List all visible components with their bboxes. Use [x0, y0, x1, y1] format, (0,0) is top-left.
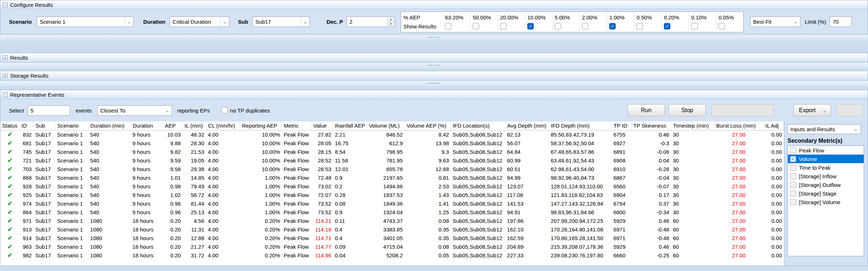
closest-to-select[interactable]: Closest To ⌄ — [97, 105, 172, 116]
metric-checkbox[interactable] — [790, 165, 796, 171]
table-row[interactable]: ✔963Sub17Scenario 1108018 hours0.2021.27… — [0, 242, 784, 251]
show-results-checkbox[interactable]: ✓ — [664, 23, 670, 29]
chevron-down-icon[interactable]: ⌄ — [851, 127, 860, 132]
events-table-container[interactable]: StatusIDSubScenarioDuration (min)Duratio… — [0, 121, 784, 266]
splitter-handle[interactable] — [0, 35, 868, 40]
splitter-handle[interactable] — [0, 81, 868, 86]
column-header[interactable]: Status — [0, 121, 19, 130]
results-panel-header[interactable]: + Results — [0, 53, 868, 63]
metric-checkbox[interactable] — [790, 147, 796, 153]
show-results-checkbox[interactable] — [555, 23, 561, 29]
column-header[interactable]: TP Skewness — [632, 121, 671, 130]
configure-results-header[interactable]: − Configure Results — [0, 0, 868, 9]
metric-list-item[interactable]: [Storage] Outflow — [788, 180, 864, 189]
column-header[interactable]: IFD Location(s) — [451, 121, 505, 130]
splitter-handle[interactable] — [0, 63, 868, 68]
metric-list-item[interactable]: Time to Peak — [788, 163, 864, 172]
dec-p-stepper[interactable]: 2 ▲ ▼ — [346, 17, 395, 27]
column-header[interactable]: ID — [19, 121, 33, 130]
metric-list-item[interactable]: [Storage] Volume — [788, 198, 864, 206]
chevron-down-icon[interactable]: ⌄ — [124, 17, 133, 27]
column-header[interactable]: Reporting AEP — [240, 121, 282, 130]
limit-input[interactable]: 70 — [830, 17, 852, 27]
show-results-checkbox[interactable] — [473, 23, 479, 29]
column-header[interactable]: Volume (ML) — [367, 121, 404, 130]
no-tp-duplicates-checkbox[interactable] — [221, 107, 228, 114]
table-cell: Peak Flow — [282, 251, 311, 259]
chevron-down-icon[interactable]: ⌄ — [300, 17, 309, 27]
column-header[interactable]: Volume AEP (%) — [405, 121, 451, 130]
show-results-checkbox[interactable] — [445, 23, 451, 29]
expand-icon[interactable]: + — [3, 55, 8, 60]
column-header[interactable]: Duration (min) — [88, 121, 131, 130]
table-row[interactable]: ✔914Sub17Scenario 1108018 hours0.2012.88… — [0, 234, 784, 242]
table-row[interactable]: ✔971Sub17Scenario 1108018 hours0.204.564… — [0, 216, 784, 225]
run-button[interactable]: Run — [628, 104, 665, 116]
table-row[interactable]: ✔913Sub17Scenario 1108018 hours0.2011.31… — [0, 225, 784, 234]
metric-list-item[interactable]: ✓Volume — [788, 155, 864, 163]
chevron-down-icon[interactable]: ⌄ — [220, 17, 229, 27]
duration-select[interactable]: Critical Duration ⌄ — [170, 17, 229, 27]
column-header[interactable]: Timestep (min) — [671, 121, 714, 130]
show-results-checkbox[interactable] — [637, 23, 643, 29]
table-row[interactable]: ✔681Sub17Scenario 15409 hours9.8828.304.… — [0, 139, 784, 147]
metric-list-item[interactable]: [Storage] Stage — [788, 189, 864, 198]
column-header[interactable]: Sub — [33, 121, 55, 130]
export-button[interactable]: Export ⌄ — [794, 104, 831, 116]
representative-events-header[interactable]: − Representative Events — [0, 90, 868, 99]
show-results-checkbox[interactable]: ✓ — [527, 23, 534, 29]
storage-results-panel-header[interactable]: + Storage Results — [0, 71, 868, 81]
column-header[interactable]: CL (mm/hr) — [206, 121, 240, 130]
collapse-icon[interactable]: − — [3, 3, 8, 7]
metric-checkbox[interactable] — [790, 173, 796, 179]
metric-list-item[interactable]: [Storage] Inflow — [788, 172, 864, 180]
metric-list-item[interactable]: Peak Flow — [788, 146, 864, 155]
scenario-select[interactable]: Scenario 1 ⌄ — [37, 17, 134, 27]
table-row[interactable]: ✔974Sub17Scenario 15409 hours0.9681.444.… — [0, 199, 784, 208]
metric-checkbox[interactable] — [790, 190, 796, 197]
table-row[interactable]: ✔868Sub17Scenario 15409 hours1.0114.854.… — [0, 173, 784, 182]
column-header[interactable]: Metric — [282, 121, 311, 130]
sub-select[interactable]: Sub17 ⌄ — [252, 17, 310, 27]
stop-button[interactable]: Stop — [669, 104, 706, 116]
events-count-input[interactable]: 5 — [28, 105, 70, 116]
table-row[interactable]: ✔703Sub17Scenario 15409 hours9.5829.384.… — [0, 165, 784, 173]
show-results-checkbox[interactable] — [718, 23, 725, 29]
metric-checkbox[interactable] — [790, 182, 796, 188]
collapse-icon[interactable]: − — [3, 92, 8, 97]
table-row[interactable]: ✔832Sub17Scenario 15409 hours10.0348.324… — [0, 130, 784, 139]
column-header[interactable]: IL Adj — [763, 121, 784, 130]
show-results-checkbox[interactable]: ✓ — [609, 23, 616, 29]
column-header[interactable]: Burst Loss (mm) — [714, 121, 763, 130]
metric-checkbox[interactable]: ✓ — [790, 156, 796, 162]
table-row[interactable]: ✔864Sub17Scenario 15409 hours0.9625.134.… — [0, 208, 784, 216]
view-mode-select[interactable]: Inputs and Results ⌄ — [787, 124, 861, 134]
column-header[interactable]: Duration — [131, 121, 163, 130]
table-row[interactable]: ✔745Sub17Scenario 15409 hours9.8221.534.… — [0, 147, 784, 156]
column-header[interactable]: Value — [311, 121, 333, 130]
spin-down-icon[interactable]: ▼ — [387, 22, 394, 26]
best-fit-select[interactable]: Best Fit ⌄ — [750, 17, 800, 27]
secondary-metrics-list[interactable]: Peak Flow✓VolumeTime to Peak[Storage] In… — [787, 146, 864, 256]
table-row[interactable]: ✔982Sub17Scenario 1108018 hours0.2031.72… — [0, 251, 784, 259]
column-header[interactable]: AEP — [163, 121, 183, 130]
events-table: StatusIDSubScenarioDuration (min)Duratio… — [0, 121, 784, 259]
table-row[interactable]: ✔925Sub17Scenario 15409 hours1.0258.724.… — [0, 190, 784, 199]
column-header[interactable]: TP ID — [612, 121, 632, 130]
column-header[interactable]: Scenario — [55, 121, 88, 130]
show-results-checkbox[interactable] — [582, 23, 588, 29]
expand-icon[interactable]: + — [3, 73, 8, 78]
chevron-down-icon[interactable]: ⌄ — [791, 19, 800, 24]
column-header[interactable]: Avg Depth (mm) — [505, 121, 549, 130]
chevron-down-icon[interactable]: ⌄ — [162, 108, 172, 113]
table-row[interactable]: ✔928Sub17Scenario 15409 hours0.9879.494.… — [0, 182, 784, 190]
show-results-checkbox[interactable] — [691, 23, 698, 29]
table-row[interactable]: ✔721Sub17Scenario 15409 hours9.5919.054.… — [0, 156, 784, 165]
column-header[interactable]: IFD Depth (mm) — [549, 121, 611, 130]
spin-up-icon[interactable]: ▲ — [387, 18, 394, 22]
metric-checkbox[interactable] — [790, 199, 796, 205]
show-results-checkbox[interactable] — [500, 23, 506, 29]
column-header[interactable]: Rainfall AEP — [333, 121, 367, 130]
column-header[interactable]: IL (mm) — [183, 121, 206, 130]
chevron-down-icon[interactable]: ⌄ — [820, 108, 829, 113]
